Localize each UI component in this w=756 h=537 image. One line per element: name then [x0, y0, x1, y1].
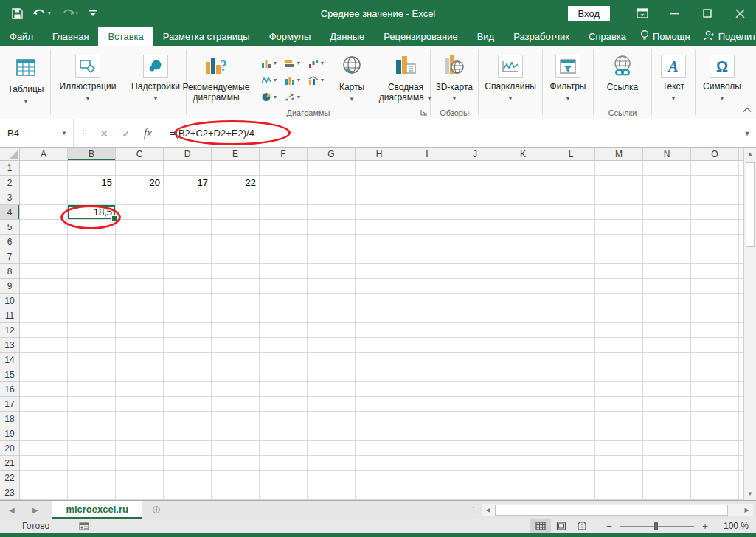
zoom-in-icon[interactable]: +: [700, 521, 710, 532]
cell-G3[interactable]: [308, 190, 356, 205]
cell-H23[interactable]: [356, 485, 403, 500]
cell-B6[interactable]: [68, 235, 116, 249]
cell-I12[interactable]: [403, 323, 451, 338]
map3d-button[interactable]: 3D-карта ▼: [434, 49, 475, 104]
cell-A8[interactable]: [20, 264, 68, 279]
row-header-23[interactable]: 23: [0, 485, 20, 500]
cell-B15[interactable]: [68, 367, 116, 382]
column-header-A[interactable]: A: [20, 148, 68, 161]
cell-C1[interactable]: [116, 161, 164, 176]
cell-M3[interactable]: [595, 190, 643, 205]
cell-K22[interactable]: [499, 471, 547, 485]
cell-I6[interactable]: [403, 235, 451, 249]
cell-K18[interactable]: [499, 412, 547, 426]
sparklines-button[interactable]: Спарклайны ▼: [485, 49, 536, 104]
cell-H5[interactable]: [356, 220, 403, 235]
cell-O12[interactable]: [691, 323, 739, 338]
cell-N6[interactable]: [643, 235, 691, 249]
cell-M20[interactable]: [595, 441, 643, 456]
cell-O17[interactable]: [691, 397, 739, 412]
cell-O20[interactable]: [691, 441, 739, 456]
cell-F21[interactable]: [260, 456, 308, 471]
cell-I15[interactable]: [403, 367, 451, 382]
cell-G16[interactable]: [308, 382, 356, 397]
cell-H17[interactable]: [356, 397, 403, 412]
cell-E7[interactable]: [212, 249, 260, 264]
cell-C11[interactable]: [116, 308, 164, 323]
cell-G20[interactable]: [308, 441, 356, 456]
column-header-E[interactable]: E: [212, 148, 260, 161]
cell-J10[interactable]: [451, 294, 499, 308]
column-header-J[interactable]: J: [451, 148, 499, 161]
vertical-scrollbar[interactable]: ▲ ▼: [743, 148, 756, 500]
cell-L4[interactable]: [547, 205, 595, 220]
column3d-chart-button[interactable]: ▼: [281, 72, 305, 89]
cell-L22[interactable]: [547, 471, 595, 485]
cell-C4[interactable]: [116, 205, 164, 220]
cell-I18[interactable]: [403, 412, 451, 426]
cell-C10[interactable]: [116, 294, 164, 308]
cell-D5[interactable]: [164, 220, 212, 235]
column-header-D[interactable]: D: [164, 148, 212, 161]
horizontal-scrollbar[interactable]: ◀ ▶: [482, 501, 756, 519]
pie-chart-button[interactable]: ▼: [257, 89, 281, 105]
view-page-layout-icon[interactable]: [551, 519, 572, 533]
cell-I11[interactable]: [403, 308, 451, 323]
cell-M17[interactable]: [595, 397, 643, 412]
cell-B10[interactable]: [68, 294, 116, 308]
cell-B21[interactable]: [68, 456, 116, 471]
formula-bar-expand-icon[interactable]: ▼: [738, 119, 756, 147]
cell-B19[interactable]: [68, 426, 116, 441]
cell-I19[interactable]: [403, 426, 451, 441]
maximize-icon[interactable]: [691, 0, 724, 27]
cell-G21[interactable]: [308, 456, 356, 471]
cell-K12[interactable]: [499, 323, 547, 338]
view-normal-icon[interactable]: [530, 519, 551, 533]
cell-G11[interactable]: [308, 308, 356, 323]
cell-J11[interactable]: [451, 308, 499, 323]
cell-K20[interactable]: [499, 441, 547, 456]
cell-M18[interactable]: [595, 412, 643, 426]
cell-J15[interactable]: [451, 367, 499, 382]
cell-E21[interactable]: [212, 456, 260, 471]
cell-L14[interactable]: [547, 353, 595, 367]
cell-I8[interactable]: [403, 264, 451, 279]
cell-J12[interactable]: [451, 323, 499, 338]
row-header-17[interactable]: 17: [0, 397, 20, 412]
cancel-icon[interactable]: ✕: [93, 119, 115, 147]
undo-icon[interactable]: ▾: [33, 8, 51, 18]
cell-H4[interactable]: [356, 205, 403, 220]
cell-L9[interactable]: [547, 279, 595, 294]
scatter-chart-button[interactable]: ▼: [281, 89, 305, 105]
cell-J2[interactable]: [451, 176, 499, 190]
row-header-16[interactable]: 16: [0, 382, 20, 397]
cell-G1[interactable]: [308, 161, 356, 176]
cell-C2[interactable]: 20: [116, 176, 164, 190]
cell-J1[interactable]: [451, 161, 499, 176]
cell-K13[interactable]: [499, 338, 547, 353]
minimize-icon[interactable]: [659, 0, 691, 27]
cell-C5[interactable]: [116, 220, 164, 235]
cell-J17[interactable]: [451, 397, 499, 412]
row-header-6[interactable]: 6: [0, 235, 20, 249]
cell-D2[interactable]: 17: [164, 176, 212, 190]
ribbon-display-options-icon[interactable]: [626, 0, 659, 27]
column-header-I[interactable]: I: [403, 148, 451, 161]
cell-J6[interactable]: [451, 235, 499, 249]
cell-O16[interactable]: [691, 382, 739, 397]
row-header-4[interactable]: 4: [0, 205, 20, 220]
cell-F14[interactable]: [260, 353, 308, 367]
row-header-10[interactable]: 10: [0, 294, 20, 308]
sign-in-button[interactable]: Вход: [568, 6, 610, 21]
row-header-14[interactable]: 14: [0, 353, 20, 367]
addins-button[interactable]: Надстройки ▼: [131, 49, 180, 104]
cell-F18[interactable]: [260, 412, 308, 426]
sheet-nav-right-icon[interactable]: ▶: [24, 506, 47, 514]
cell-N2[interactable]: [643, 176, 691, 190]
column-header-B[interactable]: B: [68, 148, 116, 161]
cell-L16[interactable]: [547, 382, 595, 397]
cell-D1[interactable]: [164, 161, 212, 176]
cell-L15[interactable]: [547, 367, 595, 382]
cell-I14[interactable]: [403, 353, 451, 367]
cell-C8[interactable]: [116, 264, 164, 279]
